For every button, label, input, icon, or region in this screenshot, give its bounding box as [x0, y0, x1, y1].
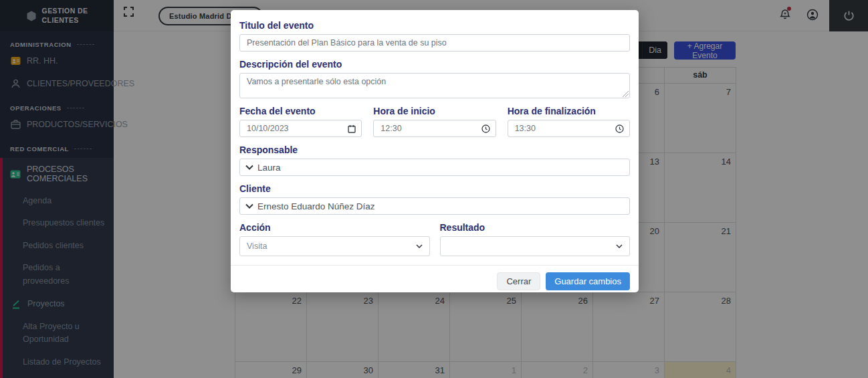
action-select[interactable]: Visita [239, 236, 430, 256]
close-button[interactable]: Cerrar [497, 272, 540, 290]
chevron-down-icon [416, 244, 423, 248]
responsible-select[interactable]: Laura [239, 159, 630, 176]
save-changes-button[interactable]: Guardar cambios [546, 272, 630, 290]
clock-icon[interactable] [481, 124, 490, 133]
event-title-input[interactable] [239, 34, 630, 52]
result-label: Resultado [440, 222, 631, 233]
chevron-down-icon [616, 244, 623, 248]
chevron-down-icon [245, 203, 253, 209]
calendar-icon[interactable] [348, 124, 356, 133]
clock-icon[interactable] [615, 124, 624, 133]
client-label: Cliente [239, 183, 630, 194]
client-select[interactable]: Ernesto Eduardo Núñez Díaz [239, 197, 630, 215]
event-date-input[interactable]: 10/10/2023 [239, 120, 362, 137]
end-time-input[interactable]: 13:30 [508, 120, 630, 137]
event-title-label: Titulo del evento [239, 20, 630, 31]
responsible-label: Responsable [239, 145, 630, 155]
result-select[interactable] [440, 236, 631, 256]
action-label: Acción [239, 222, 430, 233]
end-time-label: Hora de finalización [508, 106, 630, 116]
event-description-label: Descripción del evento [239, 59, 630, 70]
event-edit-modal: Titulo del evento Descripción del evento… [231, 10, 639, 292]
resize-grip-icon[interactable] [623, 91, 629, 97]
chevron-down-icon [245, 165, 253, 170]
event-date-label: Fecha del evento [239, 106, 362, 116]
event-description-textarea[interactable]: Vamos a presentarle sólo esta opción [239, 73, 630, 98]
start-time-input[interactable]: 12:30 [373, 120, 496, 137]
start-time-label: Hora de inicio [373, 106, 496, 116]
